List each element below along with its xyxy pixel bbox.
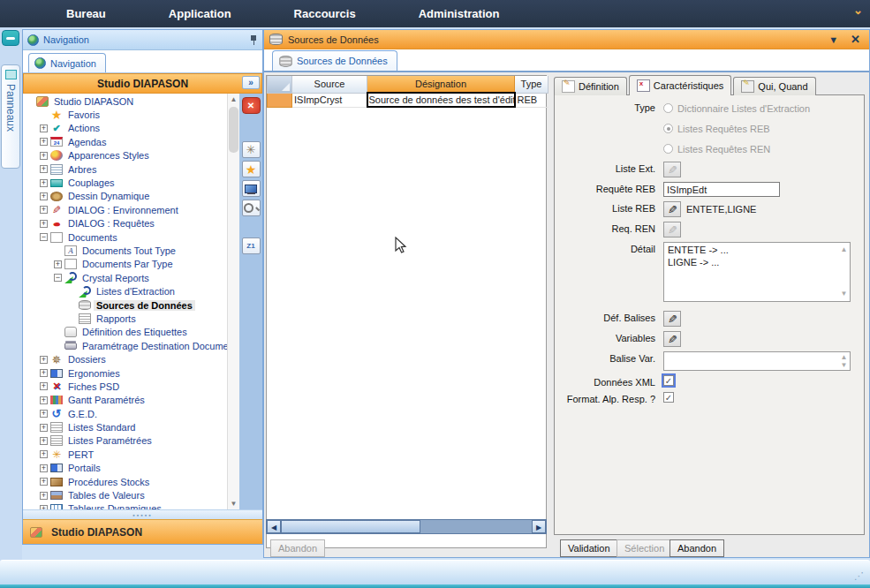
scroll-up-arrow[interactable]: ▲ [228, 94, 239, 105]
expand-icon[interactable]: + [40, 478, 48, 486]
balise-var-input[interactable]: ▲▼ [663, 351, 851, 371]
tree-item[interactable]: Paramétrage Destination Document [23, 339, 227, 352]
expand-icon[interactable]: + [40, 165, 48, 173]
radio-icon[interactable] [663, 124, 673, 133]
radio-option[interactable]: Listes Requêtes REB [663, 121, 770, 136]
detail-textarea[interactable]: ENTETE -> ... LIGNE -> ...▲▼ [663, 242, 851, 302]
tree-item[interactable]: +Gantt Paramétrés [23, 394, 227, 407]
expand-icon[interactable]: + [40, 192, 48, 200]
chevron-down-icon[interactable]: ⌄ [853, 4, 863, 17]
format-alp-checkbox[interactable]: ✓ [663, 392, 674, 403]
expand-icon[interactable]: + [40, 179, 48, 187]
tree-item[interactable]: +Agendas [23, 135, 227, 148]
donnees-xml-checkbox[interactable]: ✓ [663, 375, 674, 386]
cell-designation[interactable]: Source de données des test d'édition [367, 93, 515, 107]
expand-icon[interactable]: + [40, 396, 48, 404]
tree-item[interactable]: +Actions [23, 122, 227, 135]
textarea-scrollbar[interactable]: ▲▼ [839, 244, 849, 300]
expand-icon[interactable]: + [40, 382, 48, 390]
tree-item[interactable]: +Procédures Stocks [23, 475, 227, 488]
grid-column-header-type[interactable]: Type [515, 76, 548, 93]
pen-icon[interactable] [663, 311, 681, 327]
zoom-z1-icon[interactable] [242, 237, 261, 254]
tab-navigation[interactable]: Navigation [28, 53, 106, 72]
s-lection-button[interactable]: Sélection [617, 539, 672, 557]
tab-qui-quand[interactable]: Qui, Quand [733, 77, 815, 95]
tree-item[interactable]: Studio DIAPASON [23, 94, 227, 108]
grid-corner-cell[interactable] [268, 76, 292, 93]
compass-icon[interactable] [242, 141, 261, 158]
favorites-icon[interactable] [242, 161, 261, 177]
pen-icon[interactable] [663, 331, 681, 347]
close-icon[interactable]: ✕ [851, 33, 860, 46]
resize-grip[interactable]: ⋰ [854, 570, 865, 582]
expand-icon[interactable]: + [40, 424, 48, 432]
menu-item-administration[interactable]: Administration [419, 7, 500, 20]
abandon-button[interactable]: Abandon [670, 539, 724, 557]
menu-item-bureau[interactable]: Bureau [66, 7, 106, 20]
panneaux-vertical-tab[interactable]: Panneaux [1, 64, 20, 169]
tree-item[interactable]: +Listes Paramétrées [23, 434, 227, 448]
tree-item[interactable]: +Dossiers [23, 352, 227, 366]
radio-option[interactable]: Listes Requêtes REN [663, 141, 770, 156]
expand-icon[interactable]: + [54, 260, 62, 268]
collapse-panel-button[interactable]: » [242, 76, 260, 89]
expand-icon[interactable]: + [40, 450, 48, 458]
tree-item[interactable]: −Documents [23, 230, 227, 244]
menu-item-raccourcis[interactable]: Raccourcis [294, 7, 356, 20]
expand-icon[interactable]: + [40, 138, 48, 146]
grid-column-header-source[interactable]: Source [292, 76, 367, 93]
expand-icon[interactable]: + [40, 220, 48, 228]
expand-icon[interactable]: + [40, 152, 48, 160]
requete-reb-input[interactable]: ISImpEdt [663, 182, 780, 197]
tree-item[interactable]: +Dessin Dynamique [23, 190, 227, 203]
tree-item[interactable]: +G.E.D. [23, 407, 227, 420]
radio-icon[interactable] [663, 103, 673, 113]
scroll-left-arrow[interactable]: ◀ [267, 520, 281, 533]
tree-item[interactable]: +DIALOG : Environnement [23, 203, 227, 216]
pin-icon[interactable] [249, 34, 258, 46]
tree-item[interactable]: +Apparences Styles [23, 149, 227, 162]
grid-horizontal-scrollbar[interactable]: ◀ ▶ [266, 519, 547, 534]
input-spinner[interactable]: ▲▼ [839, 353, 849, 369]
scrollbar-thumb[interactable] [281, 520, 420, 533]
dropdown-arrow-icon[interactable]: ▼ [828, 34, 838, 45]
expand-icon[interactable]: + [40, 206, 48, 214]
tree-item[interactable]: Documents Tout Type [23, 244, 227, 257]
expand-icon[interactable]: + [40, 124, 48, 132]
tree-item[interactable]: Favoris [23, 108, 227, 121]
expand-icon[interactable]: + [40, 369, 48, 377]
radio-option[interactable]: Dictionnaire Listes d'Extraction [663, 101, 810, 116]
pen-icon[interactable] [663, 222, 681, 237]
tree-item[interactable]: Sources de Données [23, 298, 227, 312]
pen-icon[interactable] [663, 201, 681, 217]
cell-source[interactable]: ISImpCryst [292, 93, 367, 107]
tree-item[interactable]: +Tableurs Dynamiques [23, 502, 227, 509]
expand-icon[interactable]: + [40, 492, 48, 500]
expand-icon[interactable]: + [40, 464, 48, 472]
tab-sources-de-donnees[interactable]: Sources de Données [272, 50, 397, 71]
pen-icon[interactable] [663, 162, 681, 177]
tree-vertical-scrollbar[interactable]: ▲ ▼ [227, 94, 239, 509]
collapse-icon[interactable]: − [54, 274, 62, 282]
menu-item-application[interactable]: Application [169, 7, 231, 20]
tab-d-finition[interactable]: Définition [554, 77, 627, 95]
tree-item[interactable]: Définition des Etiquettes [23, 326, 227, 339]
expand-icon[interactable]: + [40, 356, 48, 364]
scroll-down-arrow[interactable]: ▼ [228, 498, 239, 509]
tree-item[interactable]: +Tables de Valeurs [23, 488, 227, 501]
tree-item[interactable]: +Fiches PSD [23, 380, 227, 393]
tree-item[interactable]: +Ergonomies [23, 366, 227, 380]
grid-column-header-désignation[interactable]: Désignation [367, 76, 515, 93]
rail-collapse-button[interactable] [2, 30, 19, 46]
collapse-icon[interactable]: − [40, 233, 48, 241]
expand-icon[interactable]: + [40, 410, 48, 418]
tree-item[interactable]: +Documents Par Type [23, 258, 227, 271]
scroll-right-arrow[interactable]: ▶ [532, 520, 546, 533]
expand-icon[interactable]: + [40, 437, 48, 445]
validation-button[interactable]: Validation [560, 539, 618, 557]
tree-item[interactable]: +Listes Standard [23, 420, 227, 433]
monitor-icon[interactable] [242, 180, 261, 197]
tree-item[interactable]: +PERT [23, 448, 227, 461]
tree-item[interactable]: +DIALOG : Requêtes [23, 217, 227, 230]
